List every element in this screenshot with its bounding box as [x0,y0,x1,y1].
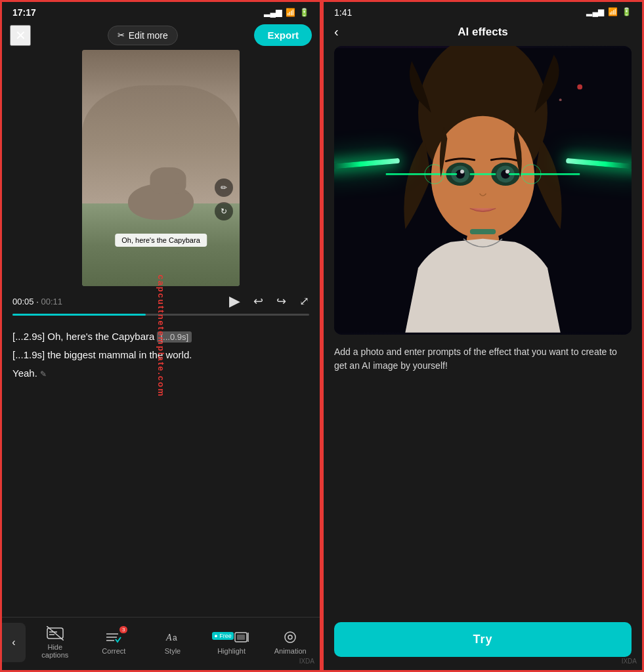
xda-watermark-left: IXDA [299,658,314,665]
svg-text:a: a [173,633,177,642]
spacer [324,379,642,614]
progress-bar-fill [12,314,146,316]
edit-icon-overlay: ✏ ↻ [215,178,233,220]
svg-text:A: A [165,633,172,642]
correct-icon-container: 3 [105,630,122,644]
wifi-icon: 📶 [286,8,295,17]
toolbar-item-highlight[interactable]: ● Free Highlight [212,630,251,655]
correct-label: Correct [102,647,125,655]
expand-button[interactable] [299,294,309,308]
svg-point-13 [288,635,292,639]
transcript-area: [...2.9s] Oh, here's the Capybara [...0.… [2,321,320,617]
ai-effects-description: Add a photo and enter prompts of the eff… [324,335,642,379]
close-button[interactable]: ✕ [10,25,31,46]
top-toolbar: ✕ Edit more Export [2,20,320,50]
toolbar-item-correct[interactable]: 3 Correct [94,630,133,655]
hide-captions-label: Hidecaptions [41,643,68,659]
animation-label: Animation [274,647,307,655]
anime-illustration [334,46,632,335]
highlight-label: Highlight [217,647,246,655]
anime-scene [334,46,632,335]
total-time: 00:11 [41,297,62,306]
refresh-btn[interactable]: ↻ [215,202,233,220]
transcript-text-1: [...2.9s] Oh, here's the Capybara [12,331,157,342]
signal-icon-right: ▂▄▆ [586,7,604,18]
status-icons-right: ▂▄▆ 📶 🔋 [586,7,632,18]
time-display: 00:05 · 00:11 [12,297,62,306]
try-button[interactable]: Try [334,622,632,657]
ai-image-container [334,46,632,335]
status-bar-right: 1:41 ▂▄▆ 📶 🔋 [324,2,642,20]
edit-more-button[interactable]: Edit more [108,26,178,45]
battery-icon: 🔋 [299,8,309,17]
left-panel: 17:17 ▂▄▆ 📶 🔋 ✕ Edit more Export Oh, her… [0,0,322,672]
style-icon-container: A a [164,630,181,644]
svg-point-27 [505,169,509,173]
close-icon: ✕ [15,28,26,43]
bottom-toolbar: ‹ Hidecaptions [2,617,320,670]
transcript-line-1: [...2.9s] Oh, here's the Capybara [...0.… [12,329,309,345]
transcript-line-2: [...1.9s] the biggest mammal in the worl… [12,347,309,363]
style-icon: A a [164,630,181,644]
back-chevron-button[interactable]: ‹ [334,24,339,39]
redo-button[interactable] [276,294,286,308]
transcript-text-3: Yeah. [12,368,40,379]
toolbar-item-animation[interactable]: Animation [270,630,310,655]
status-bar-left: 17:17 ▂▄▆ 📶 🔋 [2,2,320,20]
correct-icon [105,630,122,644]
svg-rect-33 [470,229,496,234]
video-preview: Oh, here's the Capybara ✏ ↻ [82,50,240,286]
capybara-head [150,167,186,194]
hide-captions-icon-container [47,626,64,640]
ai-effects-title: AI effects [458,26,508,39]
xda-watermark-right: IXDA [622,658,637,665]
toolbar-items: Hidecaptions 3 Correct A [26,626,320,659]
try-button-container: Try [324,614,642,670]
svg-point-16 [559,98,562,101]
time-display-right: 1:41 [334,7,352,18]
battery-icon-right: 🔋 [622,7,632,18]
back-arrow-button[interactable]: ‹ [2,623,26,662]
transcript-tag-1[interactable]: [...0.9s] [157,331,192,343]
back-arrow-icon: ‹ [12,637,15,648]
edit-more-label: Edit more [129,30,168,41]
video-caption: Oh, here's the Capybara [115,234,207,247]
edit-pencil-btn[interactable]: ✏ [215,178,233,197]
free-badge: ● Free [212,632,233,640]
scissors-icon [118,30,125,40]
wifi-icon-right: 📶 [608,7,618,18]
time-separator: · [36,297,39,306]
playback-controls [229,293,309,310]
progress-bar-container[interactable] [2,314,320,321]
highlight-icon [234,630,251,644]
export-button[interactable]: Export [254,24,312,46]
animation-icon [282,630,299,644]
timeline-controls: 00:05 · 00:11 [2,286,320,314]
style-label: Style [165,647,181,655]
hide-captions-icon [47,626,64,640]
signal-icon: ▂▄▆ [264,8,282,17]
capybara-scene: Oh, here's the Capybara ✏ ↻ [82,50,240,286]
svg-point-26 [460,169,464,173]
play-button[interactable] [229,293,240,310]
right-panel: 1:41 ▂▄▆ 📶 🔋 ‹ AI effects [322,0,644,672]
transcript-edit-icon[interactable]: ✎ [40,369,47,379]
svg-point-12 [285,632,295,642]
status-bar-icons: ▂▄▆ 📶 🔋 [264,8,309,17]
svg-point-15 [577,84,582,89]
time-display-left: 17:17 [12,7,36,18]
progress-bar-track[interactable] [12,314,309,316]
transcript-line-3: Yeah. ✎ [12,366,309,381]
toolbar-item-hide-captions[interactable]: Hidecaptions [35,626,75,659]
correct-count-badge: 3 [119,626,127,633]
svg-rect-10 [237,635,245,640]
highlight-icon-container: ● Free [212,630,250,644]
current-time: 00:05 [12,297,34,306]
transcript-text-2: [...1.9s] the biggest mammal in the worl… [12,349,192,360]
toolbar-item-style[interactable]: A a Style [153,630,192,655]
animation-icon-container [282,630,299,644]
undo-button[interactable] [253,294,263,308]
ai-effects-topbar: ‹ AI effects [324,20,642,46]
